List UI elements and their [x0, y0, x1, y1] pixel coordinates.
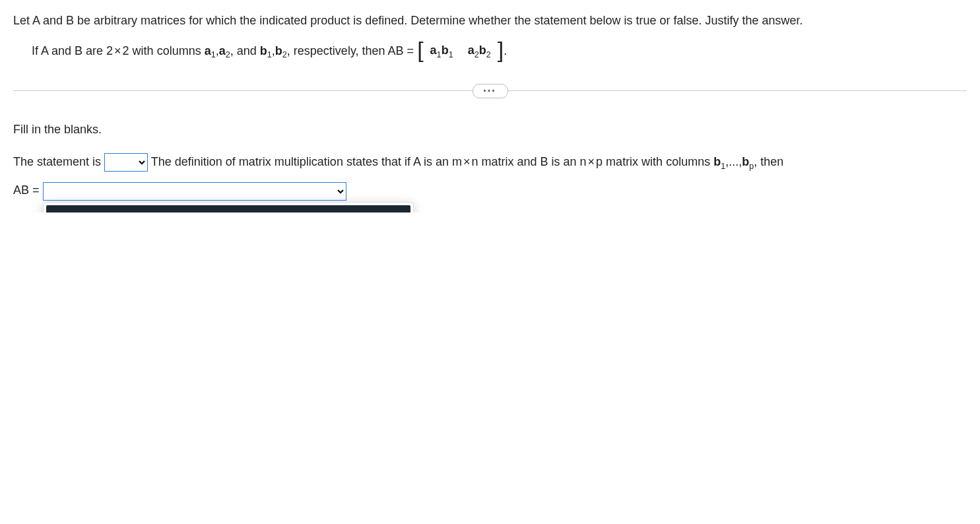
bracket-left: [ — [417, 41, 423, 59]
expand-button[interactable]: ••• — [473, 84, 508, 98]
sent-p3: n matrix and B is an n — [472, 155, 587, 168]
ab-eq-label: AB = — [13, 183, 40, 197]
stmt-mid2: , and — [230, 44, 260, 57]
definition-select-wrap: A[b1b2 ... bp] = [Ab1Ab2 ... Abp]. A[b1b… — [43, 182, 346, 201]
answer-sentence: The statement is The definition of matri… — [13, 153, 967, 201]
sent-bp: b — [742, 155, 749, 168]
times-2: × — [462, 155, 472, 168]
ab-line: AB = A[b1b2 ... bp] = [Ab1Ab2 ... Abp]. … — [13, 181, 967, 200]
sub-a1: 1 — [211, 50, 216, 59]
sent-b1: b — [713, 155, 721, 168]
times-symbol: × — [113, 44, 123, 57]
vec-a1: a — [205, 44, 211, 57]
question-intro: Let A and B be arbitrary matrices for wh… — [13, 12, 967, 30]
definition-select[interactable] — [43, 182, 346, 201]
vec-b2: b — [275, 44, 282, 57]
ellipsis-icon: ••• — [484, 88, 497, 94]
sent-p4: p matrix with columns — [596, 155, 713, 168]
matrix-content: a1b1a2b2 — [424, 42, 498, 61]
stmt-mid3: , respectively, then AB = — [287, 44, 414, 57]
stmt-prefix: If A and B are 2 — [32, 44, 113, 57]
times-3: × — [587, 155, 597, 168]
question-statement: If A and B are 2×2 with columns a1,a2, a… — [32, 42, 967, 61]
vec-a2: a — [219, 44, 226, 57]
sub-a2: 2 — [226, 50, 230, 59]
m-b2s: 2 — [486, 50, 491, 59]
m-b2: b — [479, 44, 486, 57]
sent-p5: , then — [754, 155, 783, 168]
sent-p1: The statement is — [13, 155, 101, 168]
sent-dots: ,..., — [725, 155, 742, 168]
m-a1s: 1 — [437, 50, 441, 59]
expander-row: ••• — [13, 81, 967, 101]
m-a2: a — [468, 44, 474, 57]
m-b1: b — [441, 44, 449, 57]
stmt-mid1: 2 with columns — [123, 44, 205, 57]
dropdown-selected-blank[interactable] — [46, 205, 410, 213]
m-a2s: 2 — [474, 50, 479, 59]
m-a1: a — [430, 44, 437, 57]
sub-b1: 1 — [267, 50, 272, 59]
m-b1s: 1 — [449, 50, 453, 59]
sent-p2: The definition of matrix multiplication … — [151, 155, 462, 168]
truefalse-select[interactable] — [104, 153, 148, 172]
sub-b2: 2 — [282, 50, 287, 59]
fill-heading: Fill in the blanks. — [13, 121, 967, 139]
vec-b1: b — [260, 44, 267, 57]
bracket-right: ] — [498, 41, 504, 59]
statement-matrix: [ a1b1a2b2 ] — [417, 42, 504, 61]
stmt-period: . — [504, 44, 507, 57]
intro-text: Let A and B be arbitrary matrices for wh… — [13, 14, 803, 27]
definition-dropdown-panel: A[b1b2 ... bp] = [Ab1Ab2 ... Abp]. A[b1b… — [43, 202, 414, 213]
